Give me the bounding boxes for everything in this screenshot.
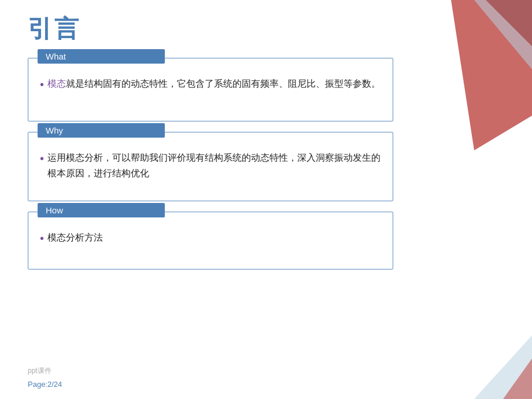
svg-marker-3 [474,335,532,399]
slide: 引言 What • 模态就是结构固有的动态特性，它包含了系统的固有频率、阻尼比、… [0,0,532,399]
why-content: • 运用模态分析，可以帮助我们评价现有结构系统的动态特性，深入洞察振动发生的根本… [28,137,393,190]
svg-marker-4 [503,359,532,399]
why-bullet-text: 运用模态分析，可以帮助我们评价现有结构系统的动态特性，深入洞察振动发生的根本原因… [47,150,381,181]
svg-marker-1 [405,0,532,69]
page-number: Page:2/24 [28,380,62,389]
what-bullet-1: • 模态就是结构固有的动态特性，它包含了系统的固有频率、阻尼比、振型等参数。 [40,76,381,93]
what-header: What [38,49,165,64]
why-header: Why [38,123,165,138]
how-bullet-1: • 模态分析方法 [40,230,381,247]
bullet-dot-how: • [40,230,44,247]
what-content: • 模态就是结构固有的动态特性，它包含了系统的固有频率、阻尼比、振型等参数。 [28,63,393,102]
why-section: Why • 运用模态分析，可以帮助我们评价现有结构系统的动态特性，深入洞察振动发… [28,132,393,201]
what-body-text: 就是结构固有的动态特性，它包含了系统的固有频率、阻尼比、振型等参数。 [66,79,380,88]
how-bullet-text: 模态分析方法 [47,230,381,245]
svg-marker-0 [451,0,532,150]
what-bullet-text: 模态就是结构固有的动态特性，它包含了系统的固有频率、阻尼比、振型等参数。 [47,76,381,91]
how-header: How [38,203,165,217]
what-section: What • 模态就是结构固有的动态特性，它包含了系统的固有频率、阻尼比、振型等… [28,58,393,121]
bullet-dot: • [40,76,44,93]
how-section: How • 模态分析方法 [28,212,393,269]
bullet-dot-why: • [40,150,44,167]
slide-title: 引言 [28,13,81,45]
svg-marker-2 [486,0,532,46]
highlight-text: 模态 [47,79,66,88]
how-content: • 模态分析方法 [28,217,393,256]
why-bullet-1: • 运用模态分析，可以帮助我们评价现有结构系统的动态特性，深入洞察振动发生的根本… [40,150,381,181]
footer-label: ppt课件 [28,366,51,376]
content-area: What • 模态就是结构固有的动态特性，它包含了系统的固有频率、阻尼比、振型等… [28,58,393,353]
